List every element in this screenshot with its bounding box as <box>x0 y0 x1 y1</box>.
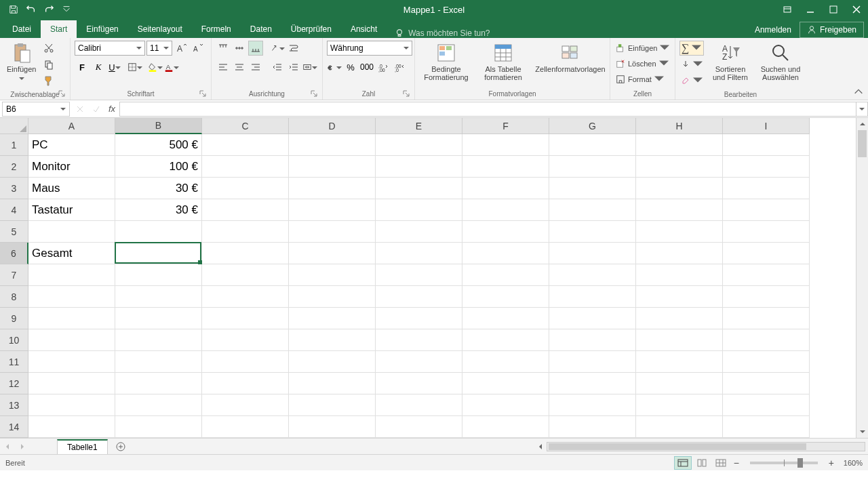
cell-B11[interactable] <box>115 351 202 373</box>
cell-I1[interactable] <box>723 134 810 156</box>
decrease-indent-button[interactable] <box>270 60 285 75</box>
cell-B8[interactable] <box>115 286 202 308</box>
cell-F14[interactable] <box>462 416 549 438</box>
cell-I9[interactable] <box>723 308 810 329</box>
cell-I3[interactable] <box>723 178 810 199</box>
cell-F7[interactable] <box>462 264 549 286</box>
tell-me-search[interactable]: Was möchten Sie tun? <box>387 28 498 38</box>
row-header-2[interactable]: 2 <box>0 156 28 178</box>
cell-H6[interactable] <box>636 243 723 264</box>
page-layout-view-button[interactable] <box>693 456 711 470</box>
paste-button[interactable]: Einfügen <box>4 41 39 84</box>
column-header-C[interactable]: C <box>202 118 289 134</box>
cell-H3[interactable] <box>636 178 723 199</box>
align-middle-button[interactable] <box>232 41 247 56</box>
cell-G7[interactable] <box>549 264 636 286</box>
formula-input[interactable] <box>119 102 856 117</box>
cell-A4[interactable]: Tastatur <box>28 199 115 221</box>
minimize-icon[interactable] <box>799 0 822 19</box>
cell-H11[interactable] <box>636 351 723 373</box>
zoom-in-button[interactable]: + <box>826 458 837 468</box>
cell-G13[interactable] <box>549 394 636 416</box>
cell-H10[interactable] <box>636 329 723 351</box>
font-color-button[interactable]: A <box>164 60 179 75</box>
select-all-corner[interactable] <box>0 118 28 134</box>
sort-filter-button[interactable]: AZ Sortieren und Filtern <box>707 41 754 83</box>
row-header-14[interactable]: 14 <box>0 416 28 438</box>
cell-D6[interactable] <box>289 243 376 264</box>
cell-A2[interactable]: Monitor <box>28 156 115 178</box>
tab-formeln[interactable]: Formeln <box>192 20 241 38</box>
cell-G8[interactable] <box>549 286 636 308</box>
italic-button[interactable]: K <box>91 60 106 75</box>
row-header-7[interactable]: 7 <box>0 264 28 286</box>
cell-E13[interactable] <box>376 394 462 416</box>
cell-I10[interactable] <box>723 329 810 351</box>
cell-D7[interactable] <box>289 264 376 286</box>
column-header-G[interactable]: G <box>549 118 636 134</box>
cell-G6[interactable] <box>549 243 636 264</box>
cell-B7[interactable] <box>115 264 202 286</box>
cell-E10[interactable] <box>376 329 462 351</box>
cell-A6[interactable]: Gesamt <box>28 243 115 264</box>
sheet-tab[interactable]: Tabelle1 <box>57 439 108 454</box>
cell-B10[interactable] <box>115 329 202 351</box>
ribbon-display-icon[interactable] <box>776 0 799 19</box>
scroll-down-button[interactable] <box>856 426 868 438</box>
column-header-B[interactable]: B <box>115 118 202 134</box>
tab-einfuegen[interactable]: Einfügen <box>77 20 127 38</box>
add-sheet-button[interactable] <box>113 439 128 454</box>
cell-A9[interactable] <box>28 308 115 329</box>
borders-button[interactable] <box>127 60 142 75</box>
row-header-13[interactable]: 13 <box>0 394 28 416</box>
tab-ansicht[interactable]: Ansicht <box>341 20 387 38</box>
zoom-slider[interactable] <box>750 462 818 464</box>
cell-H14[interactable] <box>636 416 723 438</box>
cell-D5[interactable] <box>289 221 376 243</box>
font-family-combo[interactable]: Calibri <box>75 41 145 56</box>
cell-A12[interactable] <box>28 373 115 394</box>
font-size-combo[interactable]: 11 <box>146 41 172 56</box>
number-dialog-launcher[interactable] <box>402 90 410 98</box>
cell-C1[interactable] <box>202 134 289 156</box>
cell-styles-button[interactable]: Zellenformatvorlagen <box>533 41 608 75</box>
cell-G5[interactable] <box>549 221 636 243</box>
cell-H12[interactable] <box>636 373 723 394</box>
cell-F1[interactable] <box>462 134 549 156</box>
cell-C2[interactable] <box>202 156 289 178</box>
format-as-table-button[interactable]: Als Tabelle formatieren <box>476 41 530 83</box>
cell-B12[interactable] <box>115 373 202 394</box>
row-header-8[interactable]: 8 <box>0 286 28 308</box>
undo-icon[interactable] <box>23 1 39 18</box>
increase-font-button[interactable]: A <box>174 41 189 56</box>
cell-F11[interactable] <box>462 351 549 373</box>
decrease-font-button[interactable]: A <box>190 41 205 56</box>
clear-button[interactable] <box>679 73 704 88</box>
cell-D10[interactable] <box>289 329 376 351</box>
number-format-combo[interactable]: Währung <box>327 41 412 56</box>
cell-D9[interactable] <box>289 308 376 329</box>
row-header-5[interactable]: 5 <box>0 221 28 243</box>
merge-center-button[interactable] <box>302 60 317 75</box>
cell-C6[interactable] <box>202 243 289 264</box>
cell-E8[interactable] <box>376 286 462 308</box>
tab-ueberpruefen[interactable]: Überprüfen <box>281 20 341 38</box>
cell-G11[interactable] <box>549 351 636 373</box>
cell-D11[interactable] <box>289 351 376 373</box>
insert-function-button[interactable]: fx <box>104 104 119 114</box>
cell-G4[interactable] <box>549 199 636 221</box>
zoom-thumb[interactable] <box>797 458 803 468</box>
percent-format-button[interactable]: % <box>343 60 358 75</box>
expand-formula-bar[interactable] <box>856 102 868 117</box>
tab-seitenlayout[interactable]: Seitenlayout <box>128 20 192 38</box>
cell-B2[interactable]: 100 € <box>115 156 202 178</box>
delete-cells-button[interactable]: Löschen <box>614 56 670 71</box>
copy-button[interactable] <box>41 57 56 72</box>
cell-C8[interactable] <box>202 286 289 308</box>
cell-I4[interactable] <box>723 199 810 221</box>
cell-D3[interactable] <box>289 178 376 199</box>
cell-C3[interactable] <box>202 178 289 199</box>
cell-F5[interactable] <box>462 221 549 243</box>
format-painter-button[interactable] <box>41 73 56 88</box>
cell-F2[interactable] <box>462 156 549 178</box>
